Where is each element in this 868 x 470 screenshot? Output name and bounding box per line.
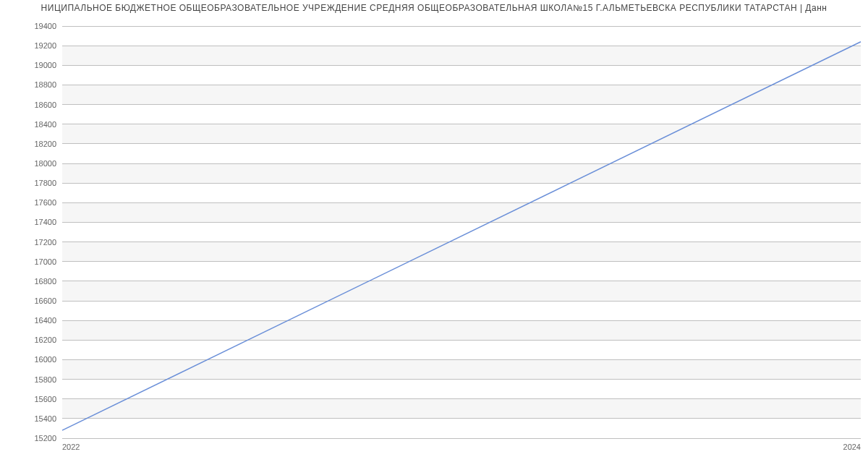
y-tick-label: 15200 (34, 434, 56, 443)
grid-band (62, 163, 861, 183)
y-tick-label: 16600 (34, 296, 56, 305)
y-tick-label: 16000 (34, 355, 56, 364)
y-tick-label: 18800 (34, 80, 56, 89)
y-tick-label: 17000 (34, 257, 56, 266)
x-tick-label: 2024 (843, 443, 861, 451)
grid-band (62, 46, 861, 65)
y-tick-label: 17200 (34, 238, 56, 247)
chart-title: НИЦИПАЛЬНОЕ БЮДЖЕТНОЕ ОБЩЕОБРАЗОВАТЕЛЬНО… (0, 0, 868, 13)
grid-band (62, 281, 861, 301)
grid-band (62, 85, 861, 104)
y-tick-label: 16400 (34, 316, 56, 325)
y-tick-label: 18600 (34, 101, 56, 109)
grid-band (62, 359, 861, 379)
y-tick-label: 16800 (34, 277, 56, 286)
y-tick-label: 15400 (34, 414, 56, 423)
y-tick-label: 19200 (34, 41, 56, 50)
grid-band (62, 320, 861, 340)
chart-container: 1520015400156001580016000162001640016600… (0, 13, 868, 469)
y-tick-label: 17400 (34, 218, 56, 226)
grid-band (62, 242, 861, 262)
y-tick-label: 17600 (34, 198, 56, 207)
chart-svg: 1520015400156001580016000162001640016600… (0, 13, 868, 454)
grid-band (62, 202, 861, 222)
y-tick-label: 19400 (34, 22, 56, 30)
grid-band (62, 124, 861, 144)
x-tick-label: 2022 (62, 443, 80, 451)
y-tick-label: 15800 (34, 375, 56, 384)
y-tick-label: 18000 (34, 159, 56, 168)
y-tick-label: 16200 (34, 336, 56, 344)
y-tick-label: 18400 (34, 120, 56, 129)
grid-band (62, 399, 861, 419)
y-tick-label: 15600 (34, 395, 56, 403)
y-tick-label: 18200 (34, 140, 56, 148)
y-tick-label: 19000 (34, 61, 56, 69)
y-tick-label: 17800 (34, 179, 56, 187)
